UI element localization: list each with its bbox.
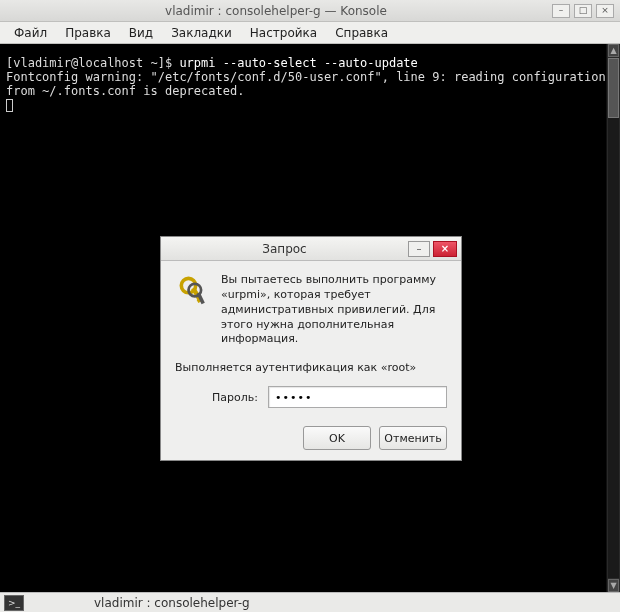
dialog-buttons: OK Отменить (175, 426, 447, 450)
password-row: Пароль: (175, 386, 447, 408)
menu-view[interactable]: Вид (121, 23, 161, 43)
scroll-thumb[interactable] (608, 58, 619, 118)
menu-edit[interactable]: Правка (57, 23, 119, 43)
dialog-message: Вы пытаетесь выполнить программу «urpmi»… (221, 273, 447, 347)
terminal-output: Fontconfig warning: "/etc/fonts/conf.d/5… (6, 70, 620, 98)
menubar: Файл Правка Вид Закладки Настройка Справ… (0, 22, 620, 44)
taskbar: >_ vladimir : consolehelper-g (0, 592, 620, 612)
window-controls: – □ × (552, 4, 614, 18)
terminal-command: urpmi --auto-select --auto-update (179, 56, 417, 70)
dialog-title: Запрос (161, 242, 408, 256)
password-label: Пароль: (203, 391, 258, 404)
dialog-auth-line: Выполняется аутентификация как «root» (175, 361, 447, 374)
maximize-button[interactable]: □ (574, 4, 592, 18)
cancel-button[interactable]: Отменить (379, 426, 447, 450)
dialog-body: Вы пытаетесь выполнить программу «urpmi»… (161, 261, 461, 460)
scroll-down-button[interactable]: ▼ (608, 579, 619, 592)
dialog-controls: – × (408, 241, 457, 257)
dialog-titlebar[interactable]: Запрос – × (161, 237, 461, 261)
menu-settings[interactable]: Настройка (242, 23, 325, 43)
ok-button[interactable]: OK (303, 426, 371, 450)
taskbar-terminal-icon[interactable]: >_ (4, 595, 24, 611)
auth-dialog: Запрос – × Вы пытаетесь выполнить програ… (160, 236, 462, 461)
menu-bookmarks[interactable]: Закладки (163, 23, 240, 43)
password-input[interactable] (268, 386, 447, 408)
taskbar-item[interactable]: vladimir : consolehelper-g (84, 594, 260, 612)
dialog-minimize-button[interactable]: – (408, 241, 430, 257)
menu-help[interactable]: Справка (327, 23, 396, 43)
terminal-cursor (6, 99, 13, 112)
terminal-prompt: [vladimir@localhost ~]$ (6, 56, 179, 70)
menu-file[interactable]: Файл (6, 23, 55, 43)
window-title: vladimir : consolehelper-g — Konsole (0, 4, 552, 18)
terminal-scrollbar[interactable]: ▲ ▼ (606, 44, 620, 592)
window-titlebar: vladimir : consolehelper-g — Konsole – □… (0, 0, 620, 22)
keys-icon (175, 273, 211, 347)
scroll-track[interactable] (608, 58, 619, 578)
scroll-up-button[interactable]: ▲ (608, 44, 619, 57)
dialog-close-button[interactable]: × (433, 241, 457, 257)
close-button[interactable]: × (596, 4, 614, 18)
minimize-button[interactable]: – (552, 4, 570, 18)
